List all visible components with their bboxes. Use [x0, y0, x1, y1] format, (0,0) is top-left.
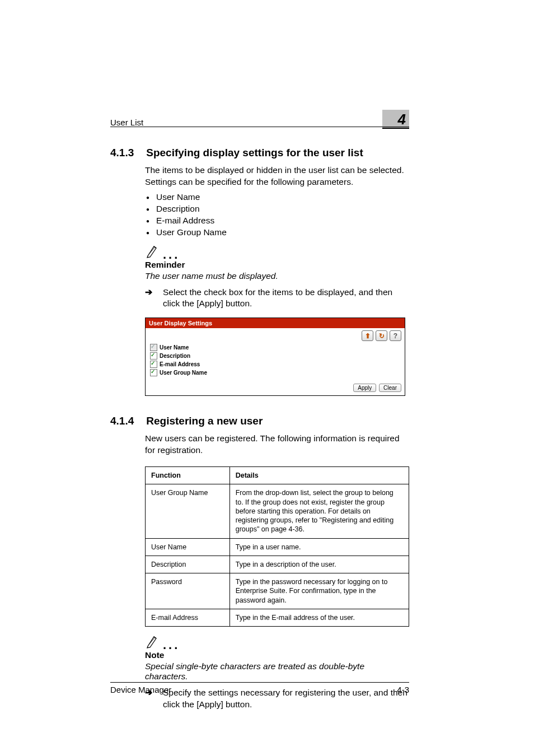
table-header: Function [146, 467, 230, 484]
cell-function: Password [146, 573, 230, 609]
ellipsis-icon: ... [163, 252, 180, 258]
header-rule [110, 127, 409, 127]
cell-details: Type in a description of the user. [229, 556, 409, 573]
footer-right: 4-3 [397, 685, 409, 694]
table-row: DescriptionType in a description of the … [146, 556, 409, 573]
table-row: E-mail AddressType in the E-mail address… [146, 609, 409, 626]
checkbox-label: User Name [160, 344, 189, 351]
checkbox-email[interactable] [150, 361, 157, 368]
pen-icon [145, 634, 160, 649]
section-number: 4.1.4 [110, 415, 134, 427]
footer-left: Device Manager [110, 685, 171, 694]
panel-title: User Display Settings [146, 318, 405, 328]
ellipsis-icon: ... [163, 642, 180, 648]
list-item: E-mail Address [145, 215, 409, 227]
reminder-label: Reminder [145, 260, 409, 270]
table-row: User Group NameFrom the drop-down list, … [146, 484, 409, 538]
section-number: 4.1.3 [110, 147, 134, 159]
chapter-badge: 4 [382, 110, 409, 129]
checkbox-label: User Group Name [160, 370, 207, 376]
apply-button[interactable]: Apply [353, 384, 376, 392]
section-title: Specifying display settings for the user… [146, 147, 363, 159]
cell-details: Type in the E-mail address of the user. [229, 609, 409, 626]
help-icon[interactable]: ? [390, 330, 401, 341]
section-intro: The items to be displayed or hidden in t… [145, 165, 409, 188]
table-row: User NameType in a user name. [146, 538, 409, 556]
list-item: User Group Name [145, 227, 409, 239]
cell-details: Type in the password necessary for loggi… [229, 573, 409, 609]
arrow-icon: ➔ [145, 287, 153, 310]
definitions-table: Function Details User Group NameFrom the… [145, 466, 409, 627]
note-text: Special single-byte characters are treat… [145, 661, 409, 682]
running-header: User List [110, 118, 143, 127]
list-item: User Name [145, 192, 409, 203]
clear-button[interactable]: Clear [379, 384, 401, 392]
cell-details: From the drop-down list, select the grou… [229, 484, 409, 538]
footer-rule [110, 682, 409, 683]
checkbox-group-name[interactable] [150, 369, 157, 376]
chapter-number: 4 [398, 111, 406, 128]
section-intro: New users can be registered. The followi… [145, 433, 409, 456]
checkbox-description[interactable] [150, 352, 157, 360]
cell-function: E-mail Address [146, 609, 230, 626]
reminder-text: The user name must be displayed. [145, 271, 409, 281]
table-row: PasswordType in the password necessary f… [146, 573, 409, 609]
refresh-icon[interactable]: ↻ [376, 330, 387, 341]
checkbox-label: E-mail Address [160, 361, 200, 367]
cell-function: User Group Name [146, 484, 230, 538]
checkbox-label: Description [160, 353, 190, 359]
up-icon[interactable]: ⬆ [362, 330, 373, 341]
table-header: Details [229, 467, 409, 484]
note-label: Note [145, 650, 409, 660]
cell-function: Description [146, 556, 230, 573]
instruction-text: Select the check box for the items to be… [163, 287, 409, 310]
list-item: Description [145, 203, 409, 215]
checkbox-user-name[interactable] [150, 344, 157, 351]
bullet-list: User Name Description E-mail Address Use… [145, 192, 409, 239]
settings-screenshot: User Display Settings ⬆ ↻ ? User Name De… [145, 318, 405, 396]
section-title: Registering a new user [146, 415, 263, 427]
cell-details: Type in a user name. [229, 538, 409, 556]
pen-icon [145, 244, 160, 259]
cell-function: User Name [146, 538, 230, 556]
